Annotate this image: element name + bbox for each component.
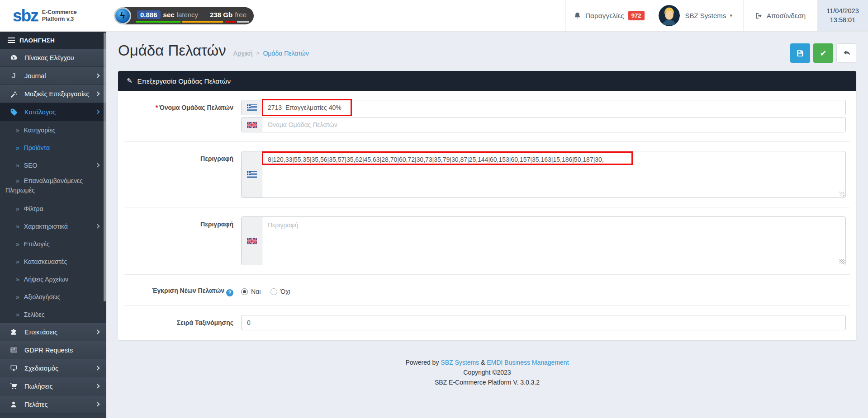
emdi-link[interactable]: EMDI Business Management xyxy=(487,359,569,366)
sidebar-subitem-downloads[interactable]: » Λήψεις Αρχείων xyxy=(0,270,106,288)
sidebar-subitem-seo[interactable]: » SEO xyxy=(0,156,106,174)
logo[interactable]: sbz E-Commerce Platform v.3 xyxy=(0,0,106,31)
cart-icon xyxy=(9,382,19,390)
sidebar: ΠΛΟΗΓΗΣΗ Πίνακας Ελέγχου J Journal Μαζικ… xyxy=(0,32,106,418)
sidebar-item-design[interactable]: Σχεδιασμός xyxy=(0,359,106,377)
chevron-right-icon xyxy=(95,402,100,407)
resize-handle[interactable] xyxy=(840,192,844,197)
approve-yes-option[interactable]: Ναι xyxy=(241,288,261,295)
sidebar-subitem-manufacturers[interactable]: » Κατασκευαστές xyxy=(0,253,106,270)
name-input-en[interactable] xyxy=(262,117,845,132)
form-row-description-en: Περιγραφή xyxy=(124,207,850,274)
breadcrumb-current[interactable]: Ομάδα Πελατών xyxy=(263,50,308,57)
sidebar-scrollbar[interactable] xyxy=(104,33,106,301)
description-el-textarea[interactable]: 8|120,33|55,35|35,56|35,57|35,62|45,63|2… xyxy=(262,151,845,197)
sidebar-subitem-categories[interactable]: » Κατηγορίες xyxy=(0,121,106,139)
sidebar-subitem-filters[interactable]: » Φίλτρα xyxy=(0,200,106,217)
sidebar-item-label: Λήψεις Αρχείων xyxy=(24,276,68,283)
pencil-icon: ✎ xyxy=(127,77,133,85)
uk-flag-icon xyxy=(242,117,262,132)
breadcrumb: Αρχική > Ομάδα Πελατών xyxy=(233,42,309,57)
undo-arrow-icon xyxy=(842,49,851,57)
double-chevron-icon: » xyxy=(16,127,19,134)
sidebar-item-label: Σελίδες xyxy=(24,311,45,318)
sidebar-item-label: Προϊόντα xyxy=(24,144,50,151)
sidebar-subitem-reviews[interactable]: » Αξιολογήσεις xyxy=(0,288,106,305)
save-button[interactable] xyxy=(790,43,810,63)
sidebar-header-label: ΠΛΟΗΓΗΣΗ xyxy=(19,37,55,44)
sidebar-item-label: Κατασκευαστές xyxy=(24,258,67,265)
puzzle-icon xyxy=(9,329,19,336)
radio-yes-label: Ναι xyxy=(251,288,261,295)
gauge-icon xyxy=(9,54,19,61)
sidebar-subitem-pages[interactable]: » Σελίδες xyxy=(0,305,106,323)
sidebar-item-journal[interactable]: J Journal xyxy=(0,67,106,85)
sidebar-subitem-options[interactable]: » Επιλογές xyxy=(0,235,106,253)
time: 13:58:01 xyxy=(830,16,855,25)
sbz-systems-link[interactable]: SBZ Systems xyxy=(441,359,479,366)
sidebar-header: ΠΛΟΗΓΗΣΗ xyxy=(0,32,106,49)
sidebar-item-label: GDPR Requests xyxy=(24,347,73,354)
page-header: Ομάδα Πελατών Αρχική > Ομάδα Πελατών ✔ xyxy=(106,32,868,70)
orders-notification[interactable]: Παραγγελίες 972 xyxy=(566,0,652,31)
radio-no[interactable] xyxy=(270,288,277,295)
description-el-label: Περιγραφή xyxy=(124,151,241,198)
sidebar-item-gdpr[interactable]: GDPR Requests xyxy=(0,341,106,359)
logo-text: sbz xyxy=(13,8,38,23)
form-row-approve: Έγκριση Νέων Πελατών? Ναι Όχι xyxy=(124,274,850,305)
chevron-right-icon xyxy=(95,224,100,229)
sidebar-subitem-recurring-payments[interactable]: »Επαναλαμβανόμενες Πληρωμές xyxy=(0,174,106,200)
description-en-textarea[interactable] xyxy=(262,217,845,265)
account-menu[interactable]: SBZ Systems ▾ xyxy=(685,0,743,31)
sidebar-item-dashboard[interactable]: Πίνακας Ελέγχου xyxy=(0,49,106,67)
greek-flag-icon xyxy=(242,151,262,197)
powered-prefix: Powered by xyxy=(405,359,439,366)
topbar: sbz E-Commerce Platform v.3 ϟ 0.886 sec … xyxy=(0,0,868,32)
logout-button[interactable]: Αποσύνδεση xyxy=(744,0,817,31)
double-chevron-icon: » xyxy=(16,162,19,169)
sort-order-label: Σειρά Ταξινόμησης xyxy=(124,315,241,330)
sidebar-item-catalog[interactable]: Κατάλογος xyxy=(0,103,106,121)
chevron-right-icon xyxy=(95,110,100,114)
sidebar-item-customers[interactable]: Πελάτες xyxy=(0,395,106,413)
help-icon[interactable]: ? xyxy=(226,289,233,296)
breadcrumb-home[interactable]: Αρχική xyxy=(233,50,253,57)
name-input-group-en xyxy=(241,117,846,132)
sidebar-item-label: Χαρακτηριστικά xyxy=(24,223,68,230)
edit-panel: ✎ Επεξεργασία Ομάδας Πελατών *Όνομα Ομάδ… xyxy=(118,71,856,340)
journal-icon: J xyxy=(9,72,19,80)
sidebar-item-sales[interactable]: Πωλήσεις xyxy=(0,377,106,395)
page-footer: Powered by SBZ Systems & EMDI Business M… xyxy=(106,340,868,388)
radio-yes[interactable] xyxy=(241,288,248,295)
orders-count-badge: 972 xyxy=(628,11,645,20)
double-chevron-icon: » xyxy=(16,240,19,248)
chevron-right-icon xyxy=(95,74,100,78)
sidebar-item-label: Σχεδιασμός xyxy=(24,365,58,372)
sidebar-item-extensions[interactable]: Επεκτάσεις xyxy=(0,323,106,341)
approve-no-option[interactable]: Όχι xyxy=(270,288,290,295)
back-button[interactable] xyxy=(836,43,856,63)
sort-order-input[interactable] xyxy=(241,315,846,330)
logout-icon xyxy=(755,12,763,19)
sort-order-controls xyxy=(241,315,850,330)
sidebar-item-label: Πελάτες xyxy=(24,401,48,408)
main-content: Ομάδα Πελατών Αρχική > Ομάδα Πελατών ✔ xyxy=(106,32,868,418)
double-chevron-icon: » xyxy=(16,177,19,184)
avatar[interactable] xyxy=(659,5,680,26)
sidebar-item-label: Πωλήσεις xyxy=(24,383,52,390)
apply-button[interactable]: ✔ xyxy=(813,43,833,63)
sidebar-item-bulk-edits[interactable]: Μαζικές Επεξεργασίες xyxy=(0,85,106,103)
footer-platform-version: SBZ E-Commerce Platform V. 3.0.3.2 xyxy=(106,377,868,387)
radio-no-label: Όχι xyxy=(280,288,290,295)
double-chevron-icon: » xyxy=(16,293,19,301)
disk-free-label: free xyxy=(235,11,247,19)
chevron-right-icon xyxy=(95,384,100,389)
name-input-el[interactable] xyxy=(262,100,845,115)
account-label: SBZ Systems xyxy=(685,12,726,19)
resize-handle[interactable] xyxy=(840,259,844,264)
sidebar-item-label: Φίλτρα xyxy=(24,205,43,212)
sidebar-subitem-attributes[interactable]: » Χαρακτηριστικά xyxy=(0,217,106,235)
sidebar-subitem-products[interactable]: » Προϊόντα xyxy=(0,139,106,156)
edit-form: *Όνομα Ομάδας Πελατών xyxy=(118,91,856,340)
hamburger-icon[interactable] xyxy=(8,38,15,43)
